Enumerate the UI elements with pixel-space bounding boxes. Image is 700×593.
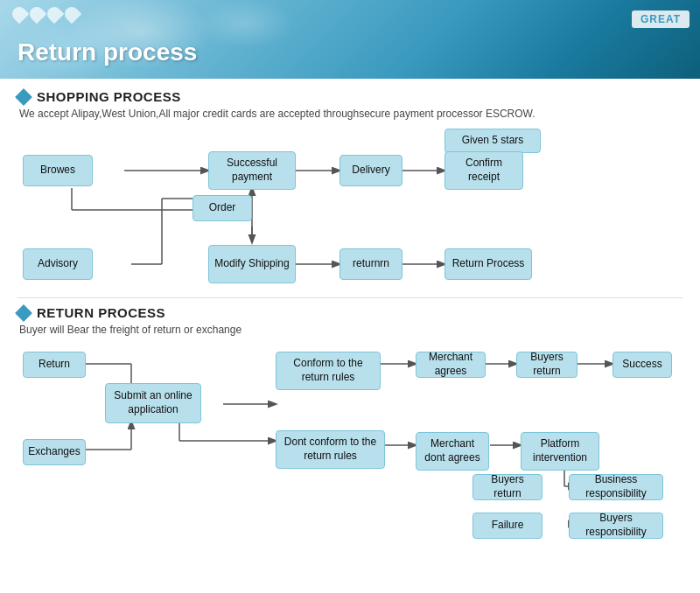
box-buyers-return2: Buyers return bbox=[472, 474, 542, 500]
box-merchant-dont-agrees: Merchant dont agrees bbox=[416, 432, 489, 471]
box-buyers-return1: Buyers return bbox=[516, 352, 578, 378]
page-title: Return process bbox=[18, 38, 197, 66]
fish-icon-1 bbox=[10, 4, 30, 24]
box-return-process: Return Process bbox=[444, 248, 532, 280]
diamond-icon-2 bbox=[15, 304, 32, 322]
box-browes: Browes bbox=[23, 155, 93, 186]
box-modify-shipping: Modify Shipping bbox=[208, 245, 296, 283]
box-given-5-stars: Given 5 stars bbox=[444, 129, 541, 153]
box-platform-intervention: Platform intervention bbox=[521, 432, 599, 471]
box-merchant-agrees: Merchant agrees bbox=[416, 352, 486, 378]
main-content: SHOPPING PROCESS We accept Alipay,West U… bbox=[0, 79, 700, 565]
fish-icon-4 bbox=[62, 4, 82, 24]
section-divider bbox=[18, 297, 682, 298]
box-dont-conform: Dont conform to the return rules bbox=[276, 430, 385, 469]
box-successful-payment: Successful payment bbox=[208, 151, 296, 190]
box-return: Return bbox=[23, 352, 86, 378]
box-exchanges: Exchanges bbox=[23, 439, 86, 465]
diamond-icon bbox=[15, 88, 32, 106]
return-section-header: RETURN PROCESS bbox=[18, 305, 682, 320]
shopping-section-header: SHOPPING PROCESS bbox=[18, 89, 682, 104]
return-desc: Buyer will Bear the freight of return or… bbox=[19, 324, 682, 336]
box-business-responsibility: Business responsibility bbox=[569, 474, 663, 500]
box-confirm-receipt: Confirm receipt bbox=[444, 151, 523, 190]
box-success: Success bbox=[612, 352, 672, 378]
box-delivery: Delivery bbox=[340, 155, 402, 186]
return-title: RETURN PROCESS bbox=[37, 305, 165, 320]
shopping-flow-area: Given 5 stars Browes Successful payment … bbox=[18, 129, 682, 290]
box-returnrn: returnrn bbox=[340, 248, 402, 280]
logo-area bbox=[12, 7, 79, 21]
return-flow-area: Return Submit an online application Conf… bbox=[18, 345, 682, 555]
box-buyers-responsibility: Buyers responsibility bbox=[569, 513, 663, 539]
great-badge: GREAT bbox=[632, 10, 690, 28]
shopping-title: SHOPPING PROCESS bbox=[37, 89, 181, 104]
page-wrapper: Return process GREAT SHOPPING PROCESS We… bbox=[0, 0, 700, 565]
fish-icon-2 bbox=[27, 4, 47, 24]
box-failure: Failure bbox=[472, 513, 542, 539]
box-conform-rules: Conform to the return rules bbox=[276, 352, 381, 390]
fish-icon-3 bbox=[45, 4, 65, 24]
box-advisory: Advisory bbox=[23, 248, 93, 280]
box-order: Order bbox=[192, 195, 252, 221]
box-submit-online: Submit an online application bbox=[105, 383, 201, 423]
shopping-desc: We accept Alipay,West Union,All major cr… bbox=[19, 108, 682, 120]
header: Return process GREAT bbox=[0, 0, 700, 79]
